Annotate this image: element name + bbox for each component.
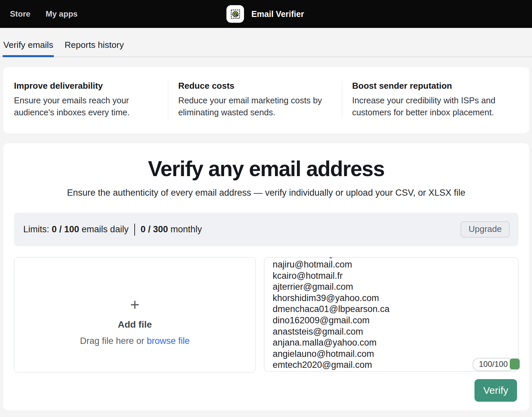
email-textarea[interactable]: @gmail.com najiru@hotmail.com kcairo@hot… <box>264 257 518 372</box>
email-line: anjana.malla@yahoo.com <box>273 337 518 349</box>
limits-label: Limits: <box>23 224 52 235</box>
monthly-limit-value: 0 / 300 <box>141 224 168 235</box>
topbar-nav: Store My apps <box>10 9 77 19</box>
feature-strip: Improve deliverability Ensure your email… <box>3 67 529 133</box>
feature-title: Boost sender reputation <box>352 81 516 91</box>
app-title: Email Verifier <box>251 9 304 19</box>
feature-description: Reduce your email marketing costs by eli… <box>178 95 329 118</box>
email-stamp-icon <box>226 5 244 23</box>
scrollbar-thumb[interactable] <box>510 359 520 369</box>
email-list: @gmail.com najiru@hotmail.com kcairo@hot… <box>264 258 518 371</box>
feature-boost-reputation: Boost sender reputation Increase your cr… <box>342 81 529 118</box>
limits-bar: Limits: 0 / 100 emails daily0 / 300 mont… <box>14 213 518 246</box>
add-file-label: Add file <box>118 319 152 330</box>
upload-row: + Add file Drag file here or browse file… <box>14 257 518 372</box>
monthly-limit-suffix: monthly <box>168 224 202 235</box>
drag-hint: Drag file here or browse file <box>80 336 190 346</box>
email-line: najiru@hotmail.com <box>273 259 518 270</box>
upgrade-button[interactable]: Upgrade <box>461 221 510 238</box>
verify-button[interactable]: Verify <box>474 379 517 402</box>
store-link[interactable]: Store <box>10 9 30 19</box>
email-count-badge: 100/100 <box>472 358 514 371</box>
limits-divider <box>134 224 135 236</box>
page-title: Verify any email address <box>14 156 518 181</box>
feature-title: Reduce costs <box>178 81 329 91</box>
daily-limit-value: 0 / 100 <box>52 224 79 235</box>
app-brand: Email Verifier <box>226 5 304 23</box>
page-subtitle: Ensure the authenticity of every email a… <box>14 188 518 198</box>
email-line: dmenchaca01@lbpearson.ca <box>273 304 518 315</box>
tab-reports-history[interactable]: Reports history <box>64 40 124 57</box>
browse-file-link[interactable]: browse file <box>147 336 190 346</box>
email-line: kcairo@hotmail.fr <box>273 270 518 282</box>
my-apps-link[interactable]: My apps <box>46 9 77 19</box>
verify-panel: Verify any email address Ensure the auth… <box>3 143 529 410</box>
email-line: ajterrier@gmail.com <box>273 281 518 293</box>
tab-verify-emails[interactable]: Verify emails <box>3 40 54 57</box>
email-line: anaststeis@gmail.com <box>273 326 518 338</box>
feature-improve-deliverability: Improve deliverability Ensure your email… <box>3 81 168 118</box>
feature-reduce-costs: Reduce costs Reduce your email marketing… <box>168 81 342 118</box>
limits-text: Limits: 0 / 100 emails daily0 / 300 mont… <box>23 224 202 236</box>
drag-hint-text: Drag file here or <box>80 336 147 346</box>
file-dropzone[interactable]: + Add file Drag file here or browse file <box>14 257 256 372</box>
feature-description: Increase your credibility with ISPs and … <box>352 95 507 118</box>
verify-row: Verify <box>14 379 518 402</box>
email-line: khorshidim39@yahoo.com <box>273 293 518 304</box>
plus-icon: + <box>130 297 139 313</box>
feature-title: Improve deliverability <box>14 81 155 91</box>
tab-bar: Verify emails Reports history <box>0 28 532 57</box>
email-line: dino162009@gmail.com <box>273 315 518 326</box>
top-bar: Store My apps Email Verifier <box>0 0 532 28</box>
daily-limit-suffix: emails daily <box>79 224 129 235</box>
feature-description: Ensure your emails reach your audience's… <box>14 95 135 118</box>
